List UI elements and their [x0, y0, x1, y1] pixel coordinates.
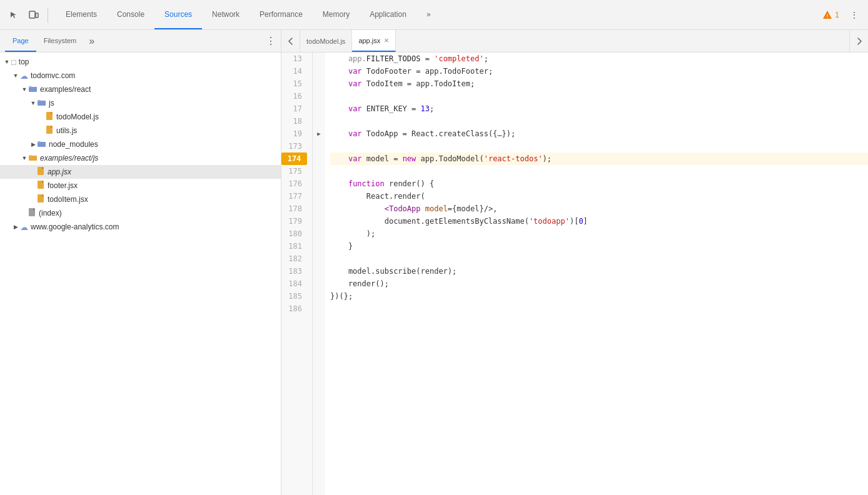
tree-arrow-todomvc: ▼	[11, 72, 20, 79]
line-numbers: 13 14 15 16 17 18 19 173 174 175 176 177…	[281, 52, 313, 495]
toolbar-divider	[48, 8, 48, 22]
file-footer-jsx-icon	[38, 181, 45, 191]
gutter-19-arrow[interactable]: ▶	[313, 128, 325, 140]
svg-rect-5	[38, 101, 46, 106]
code-line-17: var ENTER_KEY = 13;	[330, 102, 868, 115]
tree-arrow-js: ▼	[29, 100, 38, 106]
tree-label-index: (index)	[39, 209, 62, 218]
tree-item-examples-react-js[interactable]: ▼ examples/react/js	[0, 151, 281, 165]
gutter-175	[313, 165, 325, 178]
collapse-right-button[interactable]	[849, 30, 868, 52]
tree-label-app-jsx: app.jsx	[48, 168, 71, 176]
toolbar-tabs: Elements Console Sources Network Perform…	[56, 0, 814, 29]
line-num-17: 17	[281, 102, 307, 115]
tree-item-index[interactable]: (index)	[0, 206, 281, 220]
tree-item-todoitem-jsx[interactable]: todoItem.jsx	[0, 192, 281, 206]
file-todoitem-jsx-icon	[38, 194, 45, 205]
gutter: ▶	[313, 52, 325, 495]
line-num-15: 15	[281, 78, 307, 90]
gutter-13	[313, 52, 325, 65]
tree-item-todomodel[interactable]: todoModel.js	[0, 110, 281, 124]
tree-item-examples-react[interactable]: ▼ examples/react	[0, 82, 281, 96]
tab-application[interactable]: Application	[360, 0, 416, 29]
sidebar-kebab-menu[interactable]: ⋮	[266, 35, 276, 47]
code-line-18	[330, 115, 868, 128]
gutter-179	[313, 215, 325, 228]
tree-label-todomodel: todoModel.js	[56, 112, 99, 121]
code-line-174: var model = new app.TodoModel('react-tod…	[330, 152, 868, 165]
tab-console[interactable]: Console	[107, 0, 154, 29]
tree-label-utils: utils.js	[56, 126, 77, 135]
gutter-186	[313, 302, 325, 315]
line-num-184: 184	[281, 278, 307, 290]
gutter-18	[313, 115, 325, 128]
tree-arrow-node-modules: ▶	[29, 141, 38, 148]
gutter-16	[313, 90, 325, 102]
tree-item-utils[interactable]: utils.js	[0, 124, 281, 138]
svg-text:!: !	[827, 13, 829, 19]
tree-arrow-google-analytics: ▶	[11, 224, 20, 230]
code-content[interactable]: app.FILTER_TODOS = 'completed'; var Todo…	[325, 52, 868, 495]
gutter-178	[313, 202, 325, 215]
tree-label-todoitem-jsx: todoItem.jsx	[48, 195, 88, 204]
gutter-174	[313, 152, 325, 165]
warning-badge[interactable]: ! 1	[819, 9, 843, 21]
sidebar-tab-more[interactable]: »	[86, 36, 97, 47]
folder-react-js-icon	[29, 154, 38, 163]
editor-area: todoModel.js app.jsx × 13 14 15 16 17 18…	[281, 30, 868, 495]
code-line-16	[330, 90, 868, 102]
svg-rect-12	[29, 155, 32, 156]
line-num-176: 176	[281, 178, 307, 190]
tree-item-google-analytics[interactable]: ▶ ☁ www.google-analytics.com	[0, 220, 281, 234]
svg-rect-6	[38, 100, 41, 101]
sidebar-tree: ▼ □ top ▼ ☁ todomvc.com ▼ examples/react	[0, 52, 281, 495]
line-num-177: 177	[281, 190, 307, 202]
tree-item-node-modules[interactable]: ▶ node_modules	[0, 138, 281, 151]
line-num-182: 182	[281, 252, 307, 265]
toolbar: Elements Console Sources Network Perform…	[0, 0, 868, 30]
sidebar-tab-filesystem[interactable]: Filesystem	[36, 30, 84, 52]
toolbar-right: ! 1 ⋮	[819, 6, 863, 24]
cursor-icon[interactable]	[5, 6, 23, 24]
sidebar: Page Filesystem » ⋮ ▼ □ top ▼ ☁ todomvc.…	[0, 30, 281, 495]
tab-performance[interactable]: Performance	[250, 0, 313, 29]
gutter-14	[313, 65, 325, 78]
collapse-sidebar-button[interactable]	[281, 30, 300, 52]
editor-tab-app-jsx[interactable]: app.jsx ×	[352, 30, 395, 52]
tree-label-node-modules: node_modules	[49, 140, 98, 149]
editor-tab-todomodel[interactable]: todoModel.js	[300, 30, 352, 52]
tree-item-todomvc[interactable]: ▼ ☁ todomvc.com	[0, 69, 281, 82]
code-line-175	[330, 165, 868, 178]
tab-network[interactable]: Network	[202, 0, 250, 29]
gutter-17	[313, 102, 325, 115]
folder-js-icon	[38, 99, 46, 108]
line-num-175: 175	[281, 165, 307, 178]
tree-item-top[interactable]: ▼ □ top	[0, 55, 281, 69]
svg-rect-4	[29, 86, 32, 88]
code-line-173	[330, 140, 868, 152]
tree-item-footer-jsx[interactable]: footer.jsx	[0, 179, 281, 192]
line-num-173: 173	[281, 140, 307, 152]
tab-sources[interactable]: Sources	[154, 0, 202, 29]
device-toggle-icon[interactable]	[25, 6, 43, 24]
line-num-16: 16	[281, 90, 307, 102]
tree-arrow-examples-react: ▼	[20, 86, 29, 92]
code-line-15: var TodoItem = app.TodoItem;	[330, 78, 868, 90]
tree-label-examples-react-js: examples/react/js	[40, 154, 98, 162]
tab-memory[interactable]: Memory	[313, 0, 360, 29]
tab-elements[interactable]: Elements	[56, 0, 107, 29]
tree-item-app-jsx[interactable]: app.jsx	[0, 165, 281, 179]
code-line-181: }	[330, 240, 868, 252]
sidebar-tab-page[interactable]: Page	[5, 30, 36, 52]
editor-tab-close[interactable]: ×	[384, 36, 389, 44]
line-num-186: 186	[281, 302, 307, 315]
line-num-183: 183	[281, 265, 307, 278]
kebab-menu-button[interactable]: ⋮	[845, 6, 863, 24]
tree-label-js: js	[49, 99, 54, 108]
tab-more[interactable]: »	[416, 0, 441, 29]
code-line-179: document.getElementsByClassName('todoapp…	[330, 215, 868, 228]
gutter-176	[313, 178, 325, 190]
gutter-173	[313, 140, 325, 152]
tree-label-examples-react: examples/react	[40, 85, 91, 94]
tree-item-js[interactable]: ▼ js	[0, 96, 281, 110]
